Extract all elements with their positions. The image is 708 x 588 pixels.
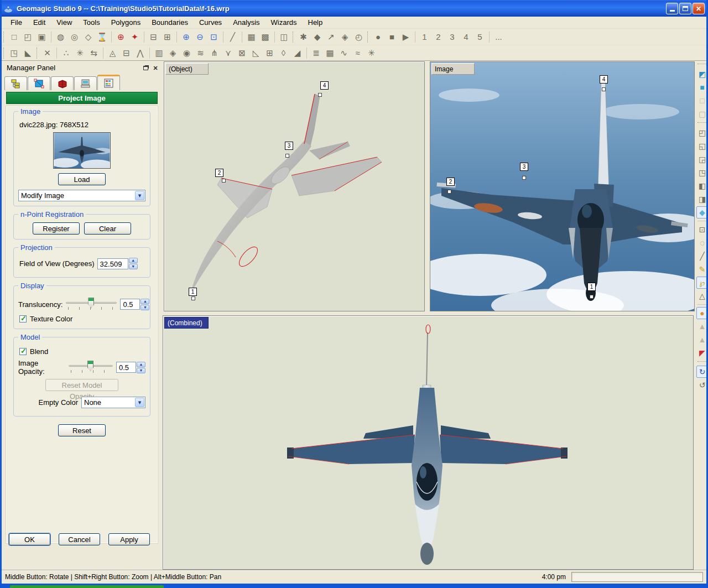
select-rectangle-icon[interactable]: ⊡	[696, 223, 708, 236]
registration-marker-dot[interactable]	[285, 154, 289, 158]
register-button[interactable]: Register	[33, 222, 80, 235]
registration-marker-label[interactable]: 1	[587, 283, 596, 291]
view-flat-icon[interactable]: □	[696, 95, 708, 107]
view-shaded-icon[interactable]: ◩	[696, 68, 708, 80]
menu-tools[interactable]: Tools	[77, 17, 105, 28]
eraser-icon[interactable]: ◤	[696, 347, 708, 359]
menu-analysis[interactable]: Analysis	[227, 17, 265, 28]
corner-wedge-icon[interactable]: ◣	[21, 46, 35, 60]
view-cube-bottom-icon[interactable]: ◨	[696, 193, 708, 205]
terrain-tool-icon[interactable]: ≋	[194, 46, 207, 60]
select-line-icon[interactable]: ╱	[696, 250, 708, 262]
shade-model-icon[interactable]: ◇	[81, 30, 95, 44]
ok-button[interactable]: OK	[9, 533, 50, 545]
diagonal-cut-icon[interactable]: ◺	[249, 46, 263, 60]
capture-save-icon[interactable]: ▩	[258, 30, 272, 44]
object-viewport-label[interactable]: (Object)	[165, 63, 209, 75]
image-opacity-slider[interactable]	[69, 360, 113, 374]
dropdown-arrow-icon[interactable]	[135, 191, 144, 200]
cube-wire-icon[interactable]: ◳	[7, 46, 21, 60]
combined-viewport[interactable]: (Combined)	[163, 315, 694, 570]
fill-tool-icon[interactable]: ◊	[277, 46, 290, 60]
window-x-icon[interactable]: ⊠	[235, 46, 249, 60]
registration-marker-label[interactable]: 2	[446, 178, 455, 186]
zoom-window-icon[interactable]: ⊡	[207, 30, 221, 44]
object-viewport[interactable]: (Object) 1 2 3 4	[164, 61, 425, 311]
select-brush-icon[interactable]: ✎	[696, 263, 708, 275]
delete-icon[interactable]: ✕	[40, 46, 54, 60]
macro-slot-3[interactable]: 3	[445, 30, 459, 44]
macro-slot-4[interactable]: 4	[459, 30, 473, 44]
layers-icon[interactable]: ≣	[309, 46, 323, 60]
empty-color-dropdown[interactable]: None	[81, 397, 145, 408]
comb-tool-icon[interactable]: ▥	[152, 46, 166, 60]
registration-marker-dot[interactable]	[590, 295, 594, 299]
cancel-button[interactable]: Cancel	[59, 533, 100, 545]
target-tool-icon[interactable]: ◉	[180, 46, 194, 60]
registration-marker-dot[interactable]	[522, 176, 526, 180]
flag-tool-icon[interactable]: ◬	[106, 46, 119, 60]
macro-slot-2[interactable]: 2	[431, 30, 445, 44]
primitives-icon[interactable]: ⊟	[119, 46, 133, 60]
image-viewport[interactable]: Image 1 2 3 4	[430, 61, 695, 311]
panel-toggle-icon[interactable]: ◫	[277, 30, 291, 44]
registration-marker-label[interactable]: 3	[285, 142, 293, 150]
spin-up-icon[interactable]: ▲	[129, 258, 138, 263]
cube-plus-icon[interactable]: ⊞	[263, 46, 277, 60]
menu-help[interactable]: Help	[303, 17, 329, 28]
zoom-out-icon[interactable]: ⊖	[193, 30, 207, 44]
arrow-tool-icon[interactable]: ↗	[324, 30, 338, 44]
view-cube-iso-icon[interactable]: ◆	[696, 206, 708, 218]
spin-view-icon[interactable]: ↻	[696, 366, 708, 378]
translucency-input[interactable]: 0.5	[120, 299, 140, 310]
spin-down-icon[interactable]: ▼	[129, 264, 138, 269]
bounding-box-icon[interactable]: ⊟	[147, 30, 160, 44]
history-icon[interactable]: ⌛	[95, 30, 109, 44]
maximize-button[interactable]	[679, 3, 691, 14]
registration-marker-dot[interactable]	[318, 93, 322, 97]
set-rotation-center-icon[interactable]: ✦	[128, 30, 142, 44]
registration-marker-label[interactable]: 4	[320, 81, 329, 90]
registration-marker-dot[interactable]	[602, 87, 606, 91]
minimize-button[interactable]	[666, 3, 678, 14]
registration-marker-dot[interactable]	[447, 190, 451, 194]
menu-boundaries[interactable]: Boundaries	[146, 17, 194, 28]
rotate-object-icon[interactable]: ⊕	[114, 30, 128, 44]
peak-tool-icon[interactable]: ⋀	[133, 46, 147, 60]
select-ellipse-icon[interactable]: ◌	[696, 237, 708, 249]
capture-image-icon[interactable]: ▦	[244, 30, 258, 44]
zoom-in-icon[interactable]: ⊕	[179, 30, 193, 44]
close-button[interactable]	[693, 3, 705, 14]
view-cube-front-icon[interactable]: ◰	[696, 127, 708, 139]
translucency-stepper[interactable]: ▲ ▼	[140, 299, 149, 310]
global-registration-icon[interactable]: ✳	[73, 46, 87, 60]
menu-polygons[interactable]: Polygons	[106, 17, 146, 28]
texture-color-checkbox[interactable]	[19, 315, 27, 322]
save-icon[interactable]: ▣	[35, 30, 49, 44]
macro-record-icon[interactable]: ●	[371, 30, 385, 44]
registration-marker-label[interactable]: 3	[520, 163, 528, 171]
macro-play-icon[interactable]: ▶	[399, 30, 413, 44]
shade-wireframe-icon[interactable]: ◎	[67, 30, 81, 44]
view-cube-top-icon[interactable]: ◧	[696, 180, 708, 192]
grid-tool-icon[interactable]: ▦	[323, 46, 337, 60]
tab-project-image[interactable]	[97, 75, 120, 90]
registration-marker-label[interactable]: 2	[215, 169, 223, 177]
registration-marker-label[interactable]: 1	[189, 288, 197, 296]
menu-wizards[interactable]: Wizards	[266, 17, 303, 28]
bounding-box-fit-icon[interactable]: ⊞	[160, 30, 174, 44]
star-tool-icon[interactable]: ✳	[365, 46, 378, 60]
view-cube-back-icon[interactable]: ◱	[696, 140, 708, 152]
wrap-icon[interactable]: ◆	[310, 30, 324, 44]
select-lasso-icon[interactable]: ℘	[696, 277, 708, 289]
clear-button[interactable]: Clear	[84, 222, 131, 235]
image-opacity-input[interactable]: 0.5	[116, 362, 136, 373]
registration-points-icon[interactable]: ∴	[59, 46, 73, 60]
macro-more-icon[interactable]: ...	[492, 30, 506, 44]
wings-tool-icon[interactable]: ≈	[351, 46, 365, 60]
gem-tool-icon[interactable]: ◈	[166, 46, 180, 60]
close-panel-button[interactable]	[151, 64, 160, 72]
tab-primitives[interactable]	[51, 76, 74, 90]
diamond-tool-icon[interactable]: ◈	[338, 30, 352, 44]
fork-icon[interactable]: ⋎	[221, 46, 235, 60]
